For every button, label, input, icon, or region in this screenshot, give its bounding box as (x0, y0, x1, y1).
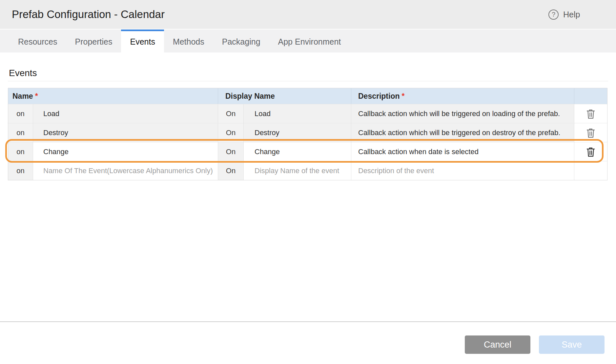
display-name-field[interactable] (244, 104, 351, 123)
required-asterisk: * (35, 92, 38, 101)
display-name-field[interactable] (244, 142, 351, 161)
display-name-field[interactable] (244, 123, 351, 142)
column-header-name: Name * (8, 88, 218, 104)
tab-events[interactable]: Events (121, 30, 164, 52)
tab-properties[interactable]: Properties (66, 30, 121, 52)
row-actions (574, 104, 607, 123)
description-field[interactable] (351, 142, 574, 161)
help-icon[interactable]: ? (548, 10, 559, 20)
event-name-prefix: on (8, 142, 33, 161)
event-name-input[interactable] (43, 129, 218, 137)
event-name-prefix: on (8, 104, 33, 123)
row-actions (574, 142, 607, 161)
tab-resources[interactable]: Resources (9, 30, 66, 52)
display-name-input[interactable] (255, 148, 351, 156)
description-input[interactable] (358, 110, 574, 118)
column-header-actions (574, 88, 607, 104)
save-button[interactable]: Save (539, 335, 605, 354)
footer-divider (0, 321, 616, 322)
display-name-prefix: On (218, 104, 244, 123)
event-name-field[interactable] (33, 142, 218, 161)
event-name-input[interactable] (43, 148, 218, 156)
new-display-name-input[interactable] (255, 167, 351, 175)
required-asterisk: * (402, 92, 405, 101)
event-name-prefix: on (8, 123, 33, 142)
column-header-description: Description * (351, 88, 574, 104)
delete-event-button[interactable] (584, 107, 597, 120)
events-section-heading: Events (9, 68, 37, 78)
tab-methods[interactable]: Methods (164, 30, 213, 52)
trash-icon (586, 128, 596, 138)
new-event-name-input[interactable] (43, 167, 218, 175)
new-description-input[interactable] (358, 167, 574, 175)
page-title: Prefab Configuration - Calendar (12, 0, 165, 29)
display-name-prefix: On (218, 161, 244, 180)
display-name-input[interactable] (255, 129, 351, 137)
section-divider (8, 81, 608, 81)
display-name-prefix: On (218, 142, 244, 161)
delete-event-button[interactable] (584, 145, 597, 158)
display-name-input[interactable] (255, 110, 351, 118)
new-display-name-field[interactable] (244, 161, 351, 180)
description-field[interactable] (351, 123, 574, 142)
column-header-display-name: Display Name (218, 88, 351, 104)
trash-icon (586, 109, 596, 119)
help-label[interactable]: Help (563, 10, 580, 19)
tab-app-environment[interactable]: App Environment (269, 30, 350, 52)
tab-packaging[interactable]: Packaging (213, 30, 269, 52)
description-input[interactable] (358, 148, 574, 156)
cancel-button[interactable]: Cancel (465, 335, 530, 354)
event-name-field[interactable] (33, 123, 218, 142)
prefab-configuration-dialog: Prefab Configuration - Calendar ? Help R… (0, 0, 616, 364)
tab-bar: Resources Properties Events Methods Pack… (0, 30, 616, 52)
description-input[interactable] (358, 129, 574, 137)
display-name-prefix: On (218, 123, 244, 142)
new-description-field[interactable] (351, 161, 574, 180)
titlebar: Prefab Configuration - Calendar ? Help (0, 0, 616, 29)
row-actions (574, 123, 607, 142)
event-name-field[interactable] (33, 104, 218, 123)
trash-icon (586, 147, 596, 157)
event-name-prefix: on (8, 161, 33, 180)
delete-event-button[interactable] (584, 126, 597, 139)
event-name-input[interactable] (43, 110, 218, 118)
help-button[interactable]: ? Help (548, 0, 580, 29)
events-table: Name * Display Name Description * on On (8, 88, 607, 180)
new-event-name-field[interactable] (33, 161, 218, 180)
description-field[interactable] (351, 104, 574, 123)
row-actions-empty (574, 161, 607, 180)
